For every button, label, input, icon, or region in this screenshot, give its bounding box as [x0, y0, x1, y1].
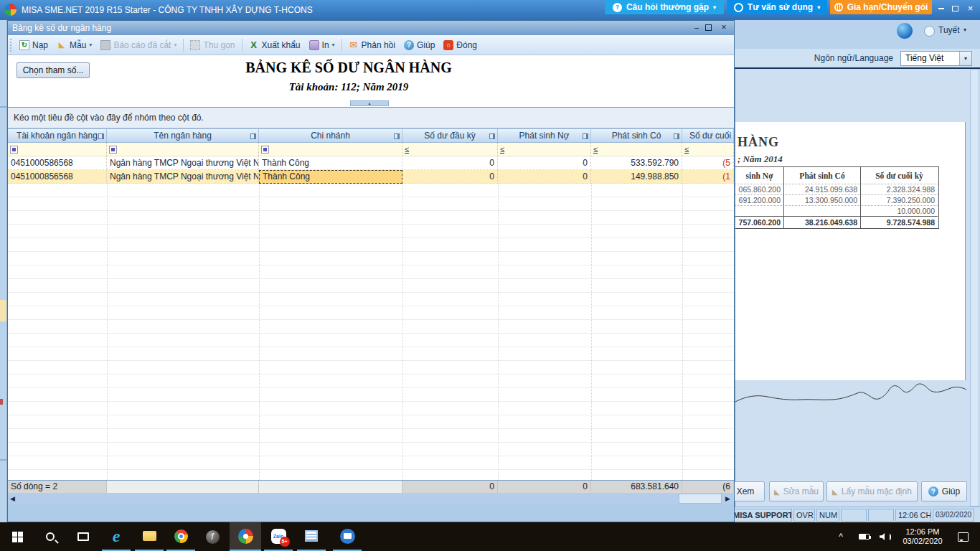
cell-credit[interactable]: 149.988.850 [591, 170, 682, 184]
cell-debit[interactable]: 0 [498, 170, 591, 184]
grid-empty-area[interactable] [8, 184, 734, 480]
taskbar-ie-icon[interactable]: e [102, 522, 131, 551]
table-row[interactable]: 0451000586568 Ngân hàng TMCP Ngoại thươn… [8, 156, 734, 170]
cell-account[interactable]: 0451000586568 [8, 156, 107, 170]
pin-icon[interactable] [674, 133, 679, 139]
window-restore-button[interactable] [950, 4, 961, 13]
cell-bank-name[interactable]: Ngân hàng TMCP Ngoại thương Việt Na [107, 156, 259, 170]
cell-branch[interactable]: Thành Công [259, 156, 402, 170]
filter-operator-icon[interactable]: ≤ [500, 145, 504, 154]
column-header[interactable]: Số dư cuối kỳ [682, 129, 734, 142]
filter-icon[interactable] [109, 146, 117, 154]
user-name[interactable]: Tuyết [938, 25, 960, 35]
table-row-selected[interactable]: 0451000856568 Ngân hàng TMCP Ngoại thươn… [8, 170, 734, 184]
search-button[interactable] [36, 522, 65, 551]
default-template-button[interactable]: ◣ Lấy mẫu mặc định [826, 481, 918, 501]
toolbar-help-button[interactable]: ? Giúp [400, 36, 439, 55]
taskbar-teamviewer-icon[interactable] [333, 522, 362, 551]
taskbar-chrome-icon[interactable] [166, 522, 195, 551]
language-select[interactable]: Tiếng Việt ▾ [900, 51, 972, 66]
cell-closing[interactable]: (1 [682, 170, 734, 184]
renew-button[interactable]: Gia hạn/Chuyển gói [830, 0, 932, 14]
filter-cell[interactable]: ≤ [402, 143, 498, 156]
window-close-button[interactable]: × [965, 4, 976, 13]
grid-hscrollbar[interactable]: ◀ ▶ [8, 493, 734, 504]
cell-credit[interactable]: 533.592.790 [591, 156, 682, 170]
action-center-icon[interactable] [953, 522, 973, 551]
edit-template-label: Sửa mẫu [783, 486, 819, 496]
zalo-badge: 5+ [280, 537, 290, 547]
dialog-close-button[interactable]: × [719, 23, 729, 33]
row-count: Số dòng = 2 [8, 481, 107, 493]
pin-icon[interactable] [98, 133, 104, 139]
desktop: MISA SME.NET 2019 R15 Starter - CÔNG TY … [0, 0, 980, 551]
template-dropdown-icon[interactable]: ▾ [89, 42, 92, 48]
column-header[interactable]: Tên ngân hàng [107, 129, 259, 142]
cell-opening[interactable]: 0 [402, 170, 498, 184]
preview-vscrollbar[interactable] [970, 69, 979, 507]
filter-operator-icon[interactable]: ≤ [684, 145, 689, 154]
pin-icon[interactable] [583, 133, 588, 139]
filter-cell[interactable] [107, 143, 259, 156]
filter-cell[interactable] [8, 143, 107, 156]
globe-icon[interactable] [897, 23, 913, 39]
splitter-collapse-handle[interactable]: ▲ [350, 100, 389, 106]
advice-button[interactable]: Tư vấn sử dụng ▾ [727, 0, 827, 14]
cut-report-button[interactable]: Báo cáo đã cắt ▾ [96, 36, 181, 55]
dialog-maximize-button[interactable] [705, 24, 712, 31]
filter-operator-icon[interactable]: ≤ [405, 145, 409, 154]
filter-icon[interactable] [10, 146, 18, 154]
task-view-button[interactable] [69, 522, 98, 551]
column-header[interactable]: Phát sinh Có [591, 129, 682, 142]
scroll-left-icon[interactable]: ◀ [10, 495, 15, 502]
cell-account[interactable]: 0451000856568 [8, 170, 107, 184]
pin-icon[interactable] [250, 133, 256, 139]
filter-operator-icon[interactable]: ≤ [593, 145, 598, 154]
scroll-thumb[interactable] [679, 494, 722, 504]
tray-battery-icon[interactable] [855, 522, 872, 551]
taskbar-spreadsheet-icon[interactable] [297, 522, 326, 551]
refresh-button[interactable]: ↻ Nạp [15, 36, 52, 55]
scroll-right-icon[interactable]: ▶ [725, 495, 730, 502]
taskbar-zalo-icon[interactable]: Zalo 5+ [264, 522, 293, 551]
taskbar-explorer-icon[interactable] [135, 522, 164, 551]
tray-clock[interactable]: 12:06 PM 03/02/2020 [897, 522, 948, 551]
print-button[interactable]: In ▾ [305, 36, 339, 55]
pin-icon[interactable] [394, 133, 400, 139]
column-header[interactable]: Phát sinh Nợ [498, 129, 591, 142]
edit-template-button[interactable]: ◣ Sửa mẫu [769, 481, 824, 501]
close-report-button[interactable]: ○ Đóng [439, 36, 481, 55]
cell-debit[interactable]: 0 [498, 156, 591, 170]
column-header[interactable]: Tài khoản ngân hàng [8, 129, 107, 142]
select-arrow-icon[interactable]: ▾ [959, 52, 971, 65]
column-header[interactable]: Chi nhánh [259, 129, 402, 142]
column-header[interactable]: Số dư đầu kỳ [402, 129, 498, 142]
group-by-hint-bar[interactable]: Kéo một tiêu đề cột vào đây để nhóm theo… [8, 107, 734, 128]
dialog-minimize-button[interactable]: – [692, 23, 702, 33]
faq-button[interactable]: ? Câu hỏi thường gặp ▾ [605, 0, 724, 14]
start-button[interactable] [3, 522, 32, 551]
window-minimize-button[interactable] [936, 4, 946, 13]
taskbar-misa-icon[interactable] [230, 522, 261, 551]
cell-opening[interactable]: 0 [402, 156, 498, 170]
filter-cell[interactable] [259, 143, 402, 156]
template-button[interactable]: ◣ Mẫu ▾ [52, 36, 96, 55]
dialog-titlebar[interactable]: Bảng kê số dư ngân hàng – × [8, 21, 734, 35]
export-button[interactable]: X Xuất khẩu [245, 36, 305, 55]
tray-speaker-icon[interactable] [877, 522, 894, 551]
tray-chevron-icon[interactable]: ^ [832, 522, 849, 551]
feedback-button[interactable]: ✉ Phản hồi [344, 36, 400, 55]
cell-closing[interactable]: (5 [682, 156, 734, 170]
collapse-button[interactable]: Thu gọn [186, 36, 239, 55]
filter-cell[interactable]: ≤ [591, 143, 682, 156]
cell-bank-name[interactable]: Ngân hàng TMCP Ngoại thương Việt Na [107, 170, 259, 184]
filter-cell[interactable]: ≤ [498, 143, 591, 156]
user-menu-chevron-icon[interactable]: ▾ [963, 27, 966, 33]
help-button[interactable]: ? Giúp [921, 481, 967, 501]
filter-cell[interactable]: ≤ [682, 143, 734, 156]
cell-branch-editing[interactable]: Thành Công [259, 170, 402, 184]
pin-icon[interactable] [489, 133, 495, 139]
taskbar-flash-icon[interactable]: f [198, 522, 227, 551]
filter-icon[interactable] [261, 146, 269, 154]
print-dropdown-icon[interactable]: ▾ [332, 42, 335, 48]
